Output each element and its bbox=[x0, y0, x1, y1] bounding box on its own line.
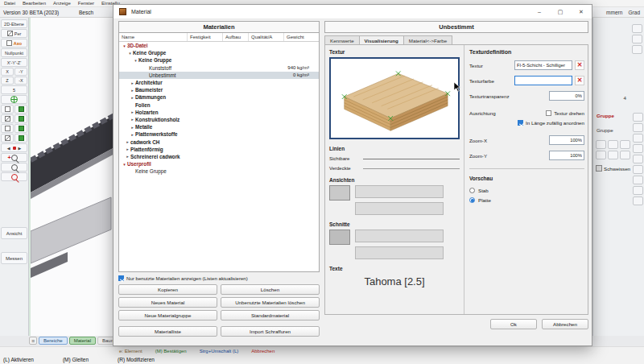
hidden-lines-button[interactable] bbox=[1, 114, 14, 123]
dock-icon-button[interactable] bbox=[608, 140, 618, 149]
group-label-red[interactable]: Gruppe bbox=[597, 113, 614, 118]
new-material-group-button[interactable]: Neue Materialgruppe bbox=[118, 310, 217, 321]
expand-icon[interactable]: ▸ bbox=[130, 125, 135, 130]
platte-radio[interactable] bbox=[469, 197, 475, 203]
tree-item-metalle[interactable]: ▸Metalle bbox=[119, 123, 319, 130]
dock-icon-button[interactable] bbox=[596, 151, 606, 159]
schnitte-fill-sample[interactable] bbox=[355, 246, 444, 259]
tree-item-konstruktionsholz[interactable]: ▸Konstruktionsholz bbox=[119, 116, 319, 123]
shaded-edges-button[interactable] bbox=[14, 114, 27, 123]
expand-icon[interactable]: ▸ bbox=[130, 132, 135, 137]
tree-item-plattenwerkstoffe[interactable]: ▸Plattenwerkstoffe bbox=[119, 130, 319, 138]
dock-icon-button[interactable] bbox=[633, 186, 643, 195]
dock-icon-button[interactable] bbox=[632, 35, 642, 43]
schnitte-hatch-swatch[interactable] bbox=[329, 230, 350, 245]
new-material-button[interactable]: Neues Material bbox=[118, 297, 217, 308]
2d-plane-button[interactable]: 2D-Ebene bbox=[1, 19, 27, 28]
zoom-x-input[interactable] bbox=[549, 135, 584, 145]
dock-icon-button[interactable] bbox=[633, 196, 643, 205]
standard-material-button[interactable]: Standardmaterial bbox=[221, 310, 320, 321]
menu-icon[interactable]: ≡ bbox=[29, 337, 37, 345]
texturfarbe-input[interactable] bbox=[514, 76, 572, 85]
minimize-icon[interactable]: – bbox=[529, 5, 550, 19]
tab-bereiche[interactable]: Bereiche bbox=[39, 337, 68, 345]
zoom-y-input[interactable] bbox=[549, 151, 584, 160]
zufall-checkbox[interactable] bbox=[518, 120, 523, 126]
perspective-button[interactable]: Per bbox=[1, 29, 27, 38]
expand-icon[interactable]: ▾ bbox=[122, 162, 127, 167]
expand-icon[interactable]: ▾ bbox=[122, 43, 127, 48]
ansichten-hatch-swatch[interactable] bbox=[329, 185, 350, 201]
expand-icon[interactable]: ▾ bbox=[133, 58, 138, 63]
textur-input[interactable] bbox=[514, 60, 572, 70]
material-list-button[interactable]: Materialliste bbox=[118, 326, 217, 337]
tree-item-folien[interactable]: Folien bbox=[119, 101, 319, 109]
import-hatch-button[interactable]: Import Schraffuren bbox=[221, 326, 320, 337]
tree-item-kunststoff[interactable]: Kunststoff940 kg/m³ bbox=[119, 64, 319, 72]
dock-icon-button[interactable] bbox=[633, 134, 643, 143]
tree-item-keine-gruppe-1[interactable]: ▾Keine Gruppe bbox=[119, 49, 319, 56]
scale-button[interactable]: 5 bbox=[1, 85, 27, 94]
dock-icon-button[interactable] bbox=[608, 151, 618, 159]
previous-view-icon[interactable]: ◀ bbox=[7, 146, 10, 151]
schweissen-row[interactable]: Schweissen bbox=[596, 165, 630, 172]
font-sample[interactable]: Tahoma [2.5] bbox=[329, 275, 460, 287]
dialog-titlebar[interactable]: Material – ▢ ✕ bbox=[114, 5, 592, 19]
axis-x-button[interactable]: X bbox=[1, 68, 14, 76]
globe-button[interactable] bbox=[1, 95, 27, 104]
dock-icon-button[interactable] bbox=[633, 123, 643, 132]
dock-icon-button[interactable] bbox=[620, 151, 630, 159]
column-aufbau[interactable]: Aufbau bbox=[222, 33, 248, 41]
menu-fenster[interactable]: Fenster bbox=[78, 1, 94, 6]
textur-drehen-checkbox[interactable] bbox=[546, 110, 551, 116]
tab-material[interactable]: Material bbox=[69, 337, 96, 345]
ansichten-fill-sample[interactable] bbox=[355, 185, 444, 198]
ansichten-fill-sample[interactable] bbox=[355, 202, 444, 215]
tree-item-keine-gruppe-3[interactable]: Keine Gruppe bbox=[119, 168, 319, 175]
transparenz-input[interactable] bbox=[549, 91, 584, 101]
menu-bearbeiten[interactable]: Bearbeiten bbox=[23, 1, 46, 6]
tree-item-userprofil[interactable]: ▾Userprofil bbox=[119, 160, 319, 168]
dock-icon-button[interactable] bbox=[620, 140, 630, 149]
ok-button[interactable]: Ok bbox=[490, 319, 537, 329]
tree-item-holzarten[interactable]: ▸Holzarten bbox=[119, 109, 319, 116]
cancel-button[interactable]: Abbrechen bbox=[542, 319, 588, 329]
expand-icon[interactable]: ▸ bbox=[125, 139, 130, 144]
copy-button[interactable]: Kopieren bbox=[118, 284, 217, 295]
clear-texture-icon[interactable]: ✕ bbox=[575, 60, 584, 70]
schnitte-fill-sample[interactable] bbox=[355, 230, 444, 242]
axis-z-button[interactable]: Z bbox=[1, 77, 14, 85]
group-label[interactable]: Gruppe bbox=[597, 127, 613, 133]
expand-icon[interactable]: ▸ bbox=[125, 147, 130, 151]
clear-texture-color-icon[interactable]: ✕ bbox=[575, 76, 584, 85]
axes-button[interactable]: X'-Y'-Z' bbox=[1, 58, 27, 67]
next-view-icon[interactable]: ▶ bbox=[19, 146, 22, 151]
axonometry-button[interactable]: Axo bbox=[1, 39, 27, 48]
textur-drehen-option[interactable]: Textur drehen bbox=[546, 110, 584, 116]
menu-datei[interactable]: Datei bbox=[4, 1, 15, 6]
expand-icon[interactable]: ▸ bbox=[130, 95, 135, 100]
tree-item-daemmungen[interactable]: ▸Dämmungen bbox=[119, 93, 319, 101]
stab-option[interactable]: Stab bbox=[469, 188, 584, 193]
stab-radio[interactable] bbox=[469, 188, 475, 193]
shaded-button[interactable] bbox=[14, 105, 27, 114]
expand-icon[interactable]: ▾ bbox=[127, 51, 133, 56]
tree-item-schreinerei-cadwork[interactable]: ▸Schreinerei cadwork bbox=[119, 153, 319, 160]
column-gewicht[interactable]: Gewicht bbox=[283, 33, 319, 41]
tree-item-baumeister[interactable]: ▸Baumeister bbox=[119, 86, 319, 93]
visible-lines-row[interactable]: Sichtbare bbox=[329, 156, 460, 161]
dock-icon-button[interactable] bbox=[632, 24, 642, 33]
expand-icon[interactable]: ▸ bbox=[130, 117, 135, 122]
tree-item-plattenfoermig[interactable]: ▸Plattenförmig bbox=[119, 146, 319, 153]
texture-mode-button[interactable] bbox=[1, 124, 14, 133]
close-icon[interactable]: ✕ bbox=[571, 5, 592, 19]
texture-preview[interactable] bbox=[329, 57, 460, 139]
zoom-all-button[interactable] bbox=[1, 172, 27, 181]
solid-mode-button[interactable] bbox=[14, 134, 27, 143]
axis-neg-x-button[interactable]: -X bbox=[14, 77, 27, 85]
zoom-window-button[interactable] bbox=[1, 163, 27, 172]
tree-item-architektur[interactable]: ▸Architektur bbox=[119, 79, 319, 86]
tree-item-keine-gruppe-2[interactable]: ▾Keine Gruppe bbox=[119, 56, 319, 64]
dock-icon-button[interactable] bbox=[633, 165, 643, 174]
zoom-in-button[interactable]: + bbox=[1, 153, 27, 162]
